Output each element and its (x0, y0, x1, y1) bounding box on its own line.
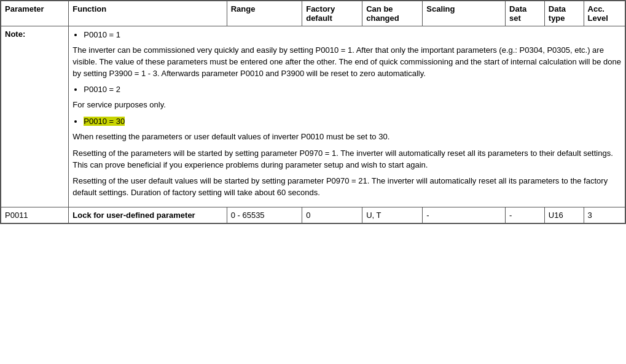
note-para-1: The inverter can be commissioned very qu… (72, 45, 621, 80)
note-content: P0010 = 1 The inverter can be commission… (72, 29, 621, 199)
note-list-1: P0010 = 1 (72, 29, 621, 41)
note-list-2: P0010 = 2 (72, 84, 621, 96)
header-row: Parameter Function Range Factorydefault … (1, 1, 625, 26)
header-can-be-changed: Can bechanged (362, 1, 423, 26)
p0011-data-type: U16 (544, 207, 584, 223)
p0011-can-be-changed: U, T (362, 207, 423, 223)
p0011-row: P0011 Lock for user-defined parameter 0 … (1, 207, 625, 223)
p0011-data-set: - (506, 207, 545, 223)
note-label-cell: Note: (1, 26, 69, 207)
p0011-factory-default: 0 (302, 207, 362, 223)
note-label: Note: (5, 29, 25, 39)
p0011-range: 0 - 65535 (227, 207, 302, 223)
note-content-cell: P0010 = 1 The inverter can be commission… (69, 26, 625, 207)
header-scaling: Scaling (423, 1, 506, 26)
p0011-parameter: P0011 (1, 207, 69, 223)
main-table-wrapper: Parameter Function Range Factorydefault … (0, 0, 626, 224)
note-para-3: When resetting the parameters or user de… (72, 131, 621, 143)
parameter-table: Parameter Function Range Factorydefault … (1, 1, 625, 223)
note-para-2: For service purposes only. (72, 99, 621, 111)
note-list-3: P0010 = 30 (72, 116, 621, 128)
note-bullet-3: P0010 = 30 (84, 116, 621, 128)
highlighted-text: P0010 = 30 (84, 117, 125, 126)
note-para-5: Resetting of the user default values wil… (72, 176, 621, 199)
header-acc-level: Acc.Level (584, 1, 625, 26)
header-data-type: Datatype (544, 1, 584, 26)
note-bullet-2: P0010 = 2 (84, 84, 621, 96)
p0011-function-text: Lock for user-defined parameter (72, 211, 195, 220)
note-bullet-1: P0010 = 1 (84, 29, 621, 41)
note-para-4: Resetting of the parameters will be star… (72, 148, 621, 171)
p0011-scaling: - (423, 207, 506, 223)
note-row: Note: P0010 = 1 The inverter can be comm… (1, 26, 625, 207)
header-factory-default: Factorydefault (302, 1, 362, 26)
p0011-function: Lock for user-defined parameter (69, 207, 227, 223)
header-range: Range (227, 1, 302, 26)
p0011-acc-level: 3 (584, 207, 625, 223)
header-data-set: Dataset (506, 1, 545, 26)
header-function: Function (69, 1, 227, 26)
header-parameter: Parameter (1, 1, 69, 26)
